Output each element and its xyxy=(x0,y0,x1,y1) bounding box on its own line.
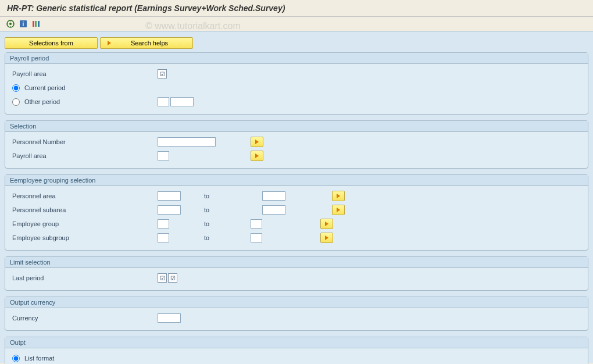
arrow-right-icon xyxy=(255,154,259,158)
button-row: Selections from Search helps xyxy=(5,37,588,49)
personnel-number-label: Personnel Number xyxy=(12,138,158,145)
employee-subgroup-multiselect-button[interactable] xyxy=(320,233,333,243)
personnel-subarea-label: Personnel subarea xyxy=(12,206,158,213)
arrow-right-icon xyxy=(108,41,111,45)
payroll-period-title: Payroll period xyxy=(5,53,588,64)
svg-text:i: i xyxy=(23,21,24,27)
employee-grouping-group: Eemployee grouping selection Personnel a… xyxy=(5,174,588,251)
page-title: HR-PT: Generic statistical report (Earni… xyxy=(7,3,586,13)
employee-subgroup-from[interactable] xyxy=(158,233,169,242)
arrow-right-icon xyxy=(255,140,259,144)
payroll-area-input[interactable] xyxy=(158,151,169,160)
svg-rect-10 xyxy=(38,21,40,27)
payroll-period-group: Payroll period Payroll area ☑ Current pe… xyxy=(5,52,588,115)
employee-subgroup-to[interactable] xyxy=(251,233,262,242)
employee-group-multiselect-button[interactable] xyxy=(320,219,333,229)
other-period-input-2[interactable] xyxy=(170,97,194,106)
payroll-area-multiselect-button[interactable] xyxy=(251,151,263,161)
list-format-label: List format xyxy=(24,355,54,362)
output-currency-group: Output currency Currency xyxy=(5,297,588,331)
personnel-subarea-to[interactable] xyxy=(262,205,285,215)
last-period-label: Last period xyxy=(12,274,158,281)
personnel-subarea-multiselect-button[interactable] xyxy=(332,205,345,215)
selections-from-button[interactable]: Selections from xyxy=(5,37,98,49)
output-title: Outpt xyxy=(5,337,588,348)
employee-group-from[interactable] xyxy=(158,219,169,229)
output-group: Outpt List format xyxy=(5,337,588,364)
personnel-area-multiselect-button[interactable] xyxy=(332,191,345,201)
payroll-area-label: Payroll area xyxy=(12,70,158,77)
other-period-radio[interactable] xyxy=(12,98,20,106)
to-label-3: to xyxy=(169,220,251,227)
list-format-radio[interactable] xyxy=(12,355,20,362)
svg-point-1 xyxy=(9,23,12,25)
other-period-label: Other period xyxy=(24,98,60,105)
limit-selection-group: Limit selection Last period ☑ ☑ xyxy=(5,256,588,291)
payroll-area-label-2: Payroll area xyxy=(12,152,158,159)
icon-toolbar: i xyxy=(0,17,593,31)
employee-subgroup-label: Employee subgroup xyxy=(12,234,158,241)
personnel-area-to[interactable] xyxy=(262,191,285,201)
limit-selection-title: Limit selection xyxy=(5,257,588,268)
output-currency-title: Output currency xyxy=(5,297,588,308)
arrow-right-icon xyxy=(325,222,328,226)
employee-grouping-title: Eemployee grouping selection xyxy=(5,175,588,186)
personnel-area-label: Personnel area xyxy=(12,192,158,199)
content-area: Selections from Search helps Payroll per… xyxy=(0,31,593,363)
to-label-2: to xyxy=(181,206,262,213)
payroll-area-value-help-icon[interactable]: ☑ xyxy=(158,69,167,78)
svg-rect-9 xyxy=(35,21,37,27)
other-period-input-1[interactable] xyxy=(158,97,169,106)
currency-input[interactable] xyxy=(158,313,181,323)
search-helps-button[interactable]: Search helps xyxy=(100,37,193,49)
personnel-number-multiselect-button[interactable] xyxy=(251,137,263,147)
selection-title: Selection xyxy=(5,121,588,132)
info-icon[interactable]: i xyxy=(19,19,28,28)
title-bar: HR-PT: Generic statistical report (Earni… xyxy=(0,0,593,17)
last-period-check-2[interactable]: ☑ xyxy=(168,273,177,283)
selection-group: Selection Personnel Number Payroll area xyxy=(5,120,588,169)
arrow-right-icon xyxy=(337,194,340,198)
execute-icon[interactable] xyxy=(6,19,15,28)
to-label-1: to xyxy=(181,192,262,199)
svg-rect-8 xyxy=(33,21,34,27)
last-period-check-1[interactable]: ☑ xyxy=(158,273,167,283)
employee-group-to[interactable] xyxy=(251,219,262,229)
search-helps-label: Search helps xyxy=(113,40,185,47)
arrow-right-icon xyxy=(337,208,340,212)
arrow-right-icon xyxy=(325,235,328,240)
employee-group-label: Employee group xyxy=(12,220,158,227)
current-period-label: Current period xyxy=(24,84,65,91)
personnel-area-from[interactable] xyxy=(158,191,181,201)
currency-label: Currency xyxy=(12,315,158,322)
current-period-radio[interactable] xyxy=(12,84,20,92)
personnel-subarea-from[interactable] xyxy=(158,205,181,215)
variant-icon[interactable] xyxy=(31,19,41,28)
to-label-4: to xyxy=(169,234,251,241)
personnel-number-input[interactable] xyxy=(158,137,216,147)
